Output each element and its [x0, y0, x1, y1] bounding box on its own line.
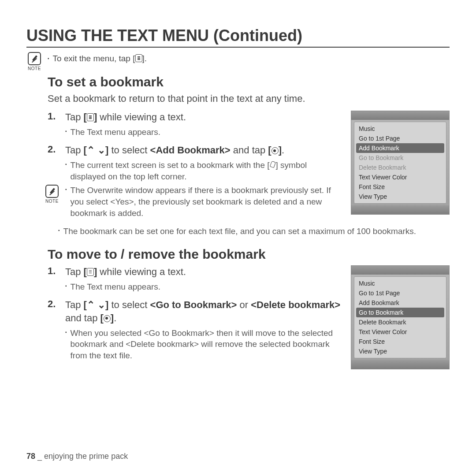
section1-note: NOTE ▪The Overwrite window appears if th… [44, 185, 342, 220]
menu-item: Delete Bookmark [354, 163, 446, 172]
top-note: NOTE ▪ To exit the menu, tap []. [26, 52, 450, 71]
section1-intro: Set a bookmark to return to that point i… [48, 93, 450, 104]
step-number: 1. [48, 111, 58, 139]
menu-icon [87, 268, 94, 276]
step-number: 1. [48, 265, 58, 294]
chevron-down-icon: ⌄ [97, 145, 105, 156]
section2-step2: 2. Tap [⌃ ⌄] to select <Go to Bookmark> … [48, 298, 342, 363]
bullet-icon: ▪ [48, 54, 49, 63]
device-menu-1: Music Go to 1st Page Add Bookmark Go to … [354, 122, 446, 204]
pencil-icon [28, 52, 41, 65]
top-note-text: To exit the menu, tap []. [53, 54, 147, 63]
menu-item: View Type [354, 346, 446, 356]
menu-item: Font Size [354, 182, 446, 192]
chevron-down-icon: ⌄ [97, 299, 105, 310]
bullet-icon: ▪ [65, 327, 67, 361]
menu-item: Text Viewer Color [354, 327, 446, 337]
chevron-up-icon: ⌃ [87, 145, 95, 156]
section2-heading: To move to / remove the bookmark [48, 247, 450, 262]
menu-item: Font Size [354, 337, 446, 346]
menu-item: Go to Bookmark [354, 153, 446, 163]
footer-text: enjoying the prime pack [44, 452, 128, 461]
menu-item: View Type [354, 192, 446, 201]
menu-item: Delete Bookmark [354, 317, 446, 327]
menu-item-selected: Go to Bookmark [356, 308, 444, 317]
section1-step1: 1. Tap [] while viewing a text. ▪The Tex… [48, 111, 342, 139]
bullet-icon: ▪ [65, 126, 67, 138]
bookmark-icon [270, 161, 276, 169]
device-screenshot-1: Music Go to 1st Page Add Bookmark Go to … [351, 111, 450, 215]
body-area: To set a bookmark Set a bookmark to retu… [48, 74, 450, 369]
menu-item: Go to 1st Page [354, 288, 446, 298]
device-menu-2: Music Go to 1st Page Add Bookmark Go to … [354, 276, 446, 358]
bullet-icon: ▪ [58, 226, 60, 237]
note-label: NOTE [28, 66, 41, 71]
bullet-icon: ▪ [65, 185, 67, 219]
section2-step1: 1. Tap [] while viewing a text. ▪The Tex… [48, 265, 342, 294]
chevron-up-icon: ⌃ [87, 299, 95, 310]
menu-item: Music [354, 124, 446, 134]
menu-item-selected: Add Bookmark [356, 143, 444, 153]
sub-bullet-text: When you selected <Go to Bookmark> then … [71, 327, 342, 361]
sub-bullet-text: The Text menu appears. [71, 126, 161, 138]
select-icon [104, 315, 111, 322]
menu-icon [135, 54, 142, 62]
pencil-icon [45, 185, 59, 198]
sub-bullet-text: The Overwrite window appears if there is… [71, 185, 342, 219]
sub-bullet-text: The bookmark can be set one for each tex… [63, 226, 416, 237]
bullet-icon: ▪ [65, 281, 67, 293]
page-title: USING THE TEXT MENU (Continued) [26, 26, 450, 48]
note-icon-box: NOTE [26, 52, 42, 71]
select-icon [271, 147, 279, 154]
step-number: 2. [48, 298, 58, 363]
bullet-icon: ▪ [65, 160, 67, 182]
sub-bullet-text: The Text menu appears. [71, 281, 161, 293]
section1-step2: 2. Tap [⌃ ⌄] to select <Add Bookmark> an… [48, 144, 342, 220]
menu-item: Music [354, 279, 446, 288]
menu-icon [87, 113, 94, 121]
note-label: NOTE [45, 199, 59, 204]
menu-item: Add Bookmark [354, 298, 446, 308]
page-footer: 78 _ enjoying the prime pack [26, 452, 128, 461]
device-screenshot-2: Music Go to 1st Page Add Bookmark Go to … [351, 265, 450, 369]
page-number: 78 [26, 452, 35, 461]
sub-bullet-text: The current text screen is set to a book… [71, 160, 342, 182]
menu-item: Go to 1st Page [354, 134, 446, 143]
menu-item: Text Viewer Color [354, 172, 446, 182]
section1-heading: To set a bookmark [48, 74, 450, 89]
